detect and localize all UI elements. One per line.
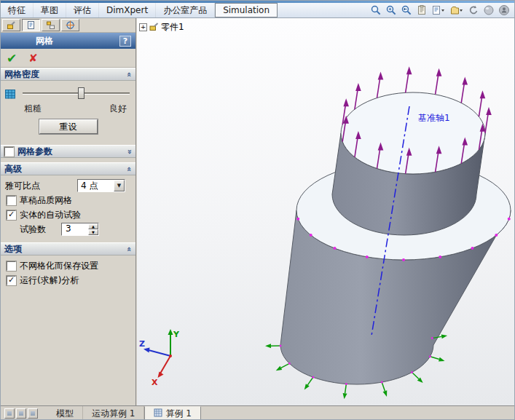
tab-scroll-icon[interactable] [4,408,15,419]
advanced-title: 高级 [4,163,22,175]
tree-root-label: 零件1 [161,21,184,33]
slider-track [23,92,130,95]
orientation-triad: Y Z X [139,329,180,387]
statusbar-icons [1,408,42,419]
mesh-density-icon [5,88,16,99]
trials-label: 试验数 [20,223,46,236]
trials-spinner[interactable]: 3 [61,223,99,236]
advanced-section-header[interactable]: 高级 [1,162,135,175]
expand-icon[interactable] [139,23,147,31]
part-icon [149,22,159,33]
options-section-body: 不网格化而保存设置 运行(求解)分析 [1,255,135,289]
mesh-density-title: 网格密度 [4,68,39,81]
options-title: 选项 [4,243,22,255]
collapse-chevron-icon [127,245,132,254]
heads-up-toolbar [370,3,514,17]
triad-z-label: Z [139,339,145,349]
triad-x-label: X [152,378,158,387]
mesh-density-section-header[interactable]: 网格密度 [1,68,135,81]
propertymanager-tab[interactable] [22,19,40,31]
save-without-mesh-checkbox[interactable] [7,261,16,271]
view-orientation-icon[interactable] [431,4,446,16]
mesh-parameters-title: 网格参数 [17,146,123,158]
collapse-chevron-icon [127,70,132,79]
study-icon [154,408,162,419]
run-analysis-checkbox[interactable] [7,276,16,285]
rotate-view-icon[interactable] [468,4,479,16]
jacobian-label: 雅可比点 [5,180,40,192]
ok-cancel-row: ✔ ✘ [1,49,135,68]
mesh-density-section-body: 粗糙 良好 重设 [1,81,135,140]
statusbar: 模型 运动算例 1 算例 1 [1,405,515,420]
save-without-mesh-label: 不网格化而保存设置 [20,260,98,272]
spinner-down-icon[interactable] [88,229,98,235]
display-style-icon[interactable] [449,4,464,16]
tab-evaluate[interactable]: 评估 [66,3,99,17]
graphics-area[interactable]: 零件1 [137,18,515,405]
slider-handle[interactable] [78,87,84,99]
feature-tree-root[interactable]: 零件1 [139,21,184,33]
panel-header: 网格 ? [1,33,135,49]
commandmanager-tabs: 特征 草图 评估 DimXpert 办公室产品 Simulation [1,3,278,17]
tab-list-icon[interactable] [28,408,38,419]
panel-body: 网格密度 粗糙 良好 重设 [1,68,135,405]
ok-button[interactable]: ✔ [7,51,17,66]
user-icon[interactable] [498,4,510,16]
configurationmanager-tab[interactable] [42,19,60,31]
triad-y-label: Y [173,330,180,339]
reset-button[interactable]: 重设 [39,119,98,134]
options-section-header[interactable]: 选项 [1,242,135,255]
jacobian-dropdown[interactable]: 4 点 [77,179,125,192]
expand-chevron-icon [127,147,132,156]
tab-study[interactable]: 算例 1 [144,406,200,420]
tab-model[interactable]: 模型 [47,406,83,420]
appearance-icon[interactable] [483,4,495,16]
dimxpertmanager-tab[interactable] [61,19,79,31]
featuremanager-tab[interactable] [2,19,20,31]
menubar: 特征 草图 评估 DimXpert 办公室产品 Simulation [1,3,514,18]
chevron-down-icon[interactable] [114,180,125,191]
auto-trials-label: 实体的自动试验 [20,209,81,221]
axis-label[interactable]: 基准轴1 [418,113,450,123]
property-manager-panel: 网格 ? ✔ ✘ 网格密度 粗糙 [1,18,136,405]
tab-motion-study[interactable]: 运动算例 1 [83,406,144,420]
previous-view-icon[interactable] [401,4,412,16]
model-3d-scene[interactable]: 基准轴1 Y Z X [137,18,515,405]
section-view-icon[interactable] [416,4,428,16]
mesh-parameters-checkbox[interactable] [4,147,14,156]
draft-quality-checkbox[interactable] [7,196,16,205]
fine-label: 良好 [109,103,127,115]
spinner-up-icon[interactable] [88,223,98,229]
solidworks-window: 特征 草图 评估 DimXpert 办公室产品 Simulation 网格 ? … [0,0,515,420]
tab-dimxpert[interactable]: DimXpert [99,3,156,17]
help-button[interactable]: ? [119,36,131,47]
mesh-density-slider[interactable] [21,87,131,100]
cancel-button[interactable]: ✘ [28,52,38,65]
zoom-to-fit-icon[interactable] [370,4,382,16]
panel-tab-strip [1,18,135,33]
auto-trials-checkbox[interactable] [7,210,16,220]
study-tab-strip: 模型 运动算例 1 算例 1 [47,406,201,420]
tab-sketch[interactable]: 草图 [34,3,66,17]
zoom-to-area-icon[interactable] [385,4,397,16]
study-tab-label: 算例 1 [165,408,191,420]
run-analysis-label: 运行(求解)分析 [20,274,79,287]
mesh-parameters-section-header[interactable]: 网格参数 [1,145,135,158]
tab-features[interactable]: 特征 [1,3,34,17]
collapse-chevron-icon [127,165,132,174]
coarse-label: 粗糙 [24,103,42,115]
tab-simulation[interactable]: Simulation [215,3,278,17]
advanced-section-body: 雅可比点 4 点 草稿品质网格 实体的自动试验 试验数 [1,175,135,238]
jacobian-value: 4 点 [78,180,114,192]
draft-quality-label: 草稿品质网格 [20,194,72,207]
tab-scroll-icon[interactable] [16,408,26,419]
panel-title: 网格 [36,35,119,47]
trials-value: 3 [62,223,88,235]
tab-office-products[interactable]: 办公室产品 [156,3,215,17]
